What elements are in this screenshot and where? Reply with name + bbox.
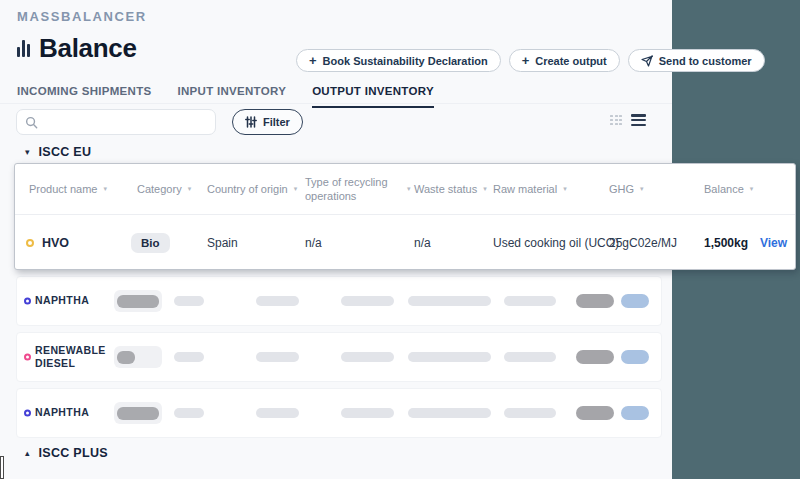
ghg-skeleton-pill bbox=[576, 350, 614, 364]
category-skeleton bbox=[114, 402, 162, 424]
column-header-balance[interactable]: Balance▾ bbox=[704, 164, 753, 214]
column-header-category[interactable]: Category▾ bbox=[137, 164, 191, 214]
skeleton-pill bbox=[341, 408, 394, 418]
skeleton-pill bbox=[174, 408, 204, 418]
page-header: Balance bbox=[17, 33, 137, 64]
product-dot-icon bbox=[24, 410, 31, 417]
bar-chart-icon bbox=[17, 40, 30, 57]
table-row-loading[interactable]: NAPHTHA bbox=[16, 388, 662, 438]
ghg-skeleton-pill bbox=[576, 294, 614, 308]
tab-input-inventory[interactable]: INPUT INVENTORY bbox=[177, 85, 286, 108]
list-view-icon[interactable] bbox=[631, 114, 646, 126]
column-label: Category bbox=[137, 183, 182, 195]
table-row-loading[interactable]: NAPHTHA bbox=[16, 276, 662, 326]
table-row-loading[interactable]: RENEWABLE DIESEL bbox=[16, 332, 662, 382]
create-output-label: Create output bbox=[535, 55, 607, 67]
book-sustainability-declaration-label: Book Sustainability Declaration bbox=[323, 55, 488, 67]
column-header-waste-status[interactable]: Waste status▾ bbox=[414, 164, 487, 214]
column-header-raw-material[interactable]: Raw material▾ bbox=[493, 164, 567, 214]
cell-product-name: HVO bbox=[26, 215, 69, 271]
cell-ghg: 25gC02e/MJ bbox=[609, 215, 677, 271]
column-label: Type of recycling operations bbox=[305, 175, 401, 204]
sort-caret-icon: ▾ bbox=[294, 185, 298, 193]
sort-caret-icon: ▾ bbox=[103, 185, 107, 193]
skeleton-pill bbox=[256, 408, 299, 418]
cell-recycling-operations: n/a bbox=[305, 215, 322, 271]
skeleton-pill bbox=[174, 296, 204, 306]
search-icon bbox=[25, 116, 38, 129]
column-label: Waste status bbox=[414, 183, 477, 195]
brand-logo: MASSBALANCER bbox=[17, 9, 147, 24]
view-toggle bbox=[610, 114, 646, 126]
iscc-eu-table-panel: Product name▾ Category▾ Country of origi… bbox=[14, 163, 796, 270]
cell-country-of-origin: Spain bbox=[207, 215, 238, 271]
create-output-button[interactable]: + Create output bbox=[509, 49, 620, 72]
plus-icon: + bbox=[309, 54, 317, 67]
sort-caret-icon: ▾ bbox=[188, 185, 192, 193]
product-name: HVO bbox=[42, 236, 69, 250]
view-skeleton-pill bbox=[621, 294, 649, 308]
send-to-customer-label: Send to customer bbox=[659, 55, 752, 67]
skeleton-pill bbox=[408, 296, 491, 306]
scrollbar-thumb[interactable] bbox=[0, 456, 4, 479]
skeleton-pill bbox=[341, 352, 394, 362]
tabs-divider bbox=[0, 103, 672, 104]
search-box[interactable] bbox=[16, 109, 216, 135]
column-header-ghg[interactable]: GHG▾ bbox=[609, 164, 644, 214]
column-label: Product name bbox=[29, 183, 97, 195]
product-name: NAPHTHA bbox=[35, 294, 111, 307]
column-label: Balance bbox=[704, 183, 744, 195]
balance-page: MASSBALANCER Balance + Book Sustainabili… bbox=[0, 0, 800, 479]
section-iscc-eu-title: ISCC EU bbox=[39, 145, 92, 159]
column-label: GHG bbox=[609, 183, 634, 195]
plus-icon: + bbox=[522, 54, 530, 67]
section-iscc-plus[interactable]: ▴ ISCC PLUS bbox=[25, 446, 108, 460]
skeleton-pill bbox=[174, 352, 204, 362]
column-header-country-of-origin[interactable]: Country of origin▾ bbox=[207, 164, 297, 214]
chevron-up-icon: ▴ bbox=[25, 449, 30, 458]
book-sustainability-declaration-button[interactable]: + Book Sustainability Declaration bbox=[296, 49, 501, 72]
filter-button[interactable]: Filter bbox=[232, 109, 303, 135]
cell-category: Bio bbox=[131, 215, 170, 271]
view-skeleton-pill bbox=[621, 406, 649, 420]
column-header-product-name[interactable]: Product name▾ bbox=[29, 164, 107, 214]
column-label: Country of origin bbox=[207, 183, 288, 195]
product-dot-icon bbox=[24, 298, 31, 305]
filter-label: Filter bbox=[263, 116, 290, 128]
skeleton-pill bbox=[504, 408, 556, 418]
cell-waste-status: n/a bbox=[414, 215, 431, 271]
sort-caret-icon: ▾ bbox=[407, 185, 411, 193]
sliders-icon bbox=[245, 116, 257, 128]
view-link[interactable]: View bbox=[760, 236, 787, 250]
category-badge: Bio bbox=[131, 233, 170, 253]
skeleton-pill bbox=[341, 296, 394, 306]
chevron-down-icon: ▾ bbox=[25, 148, 30, 157]
ghg-skeleton-pill bbox=[576, 406, 614, 420]
product-dot-icon bbox=[26, 239, 34, 247]
product-name: NAPHTHA bbox=[35, 406, 111, 419]
skeleton-pill bbox=[408, 352, 491, 362]
search-input[interactable] bbox=[44, 115, 207, 129]
cell-view: View bbox=[760, 215, 787, 271]
sort-caret-icon: ▾ bbox=[750, 185, 754, 193]
sort-caret-icon: ▾ bbox=[483, 185, 487, 193]
skeleton-pill bbox=[256, 352, 299, 362]
inventory-tabs: INCOMING SHIPMENTS INPUT INVENTORY OUTPU… bbox=[17, 85, 434, 108]
skeleton-pill bbox=[504, 296, 556, 306]
view-skeleton-pill bbox=[621, 350, 649, 364]
cell-raw-material: Used cooking oil (UCO) bbox=[493, 215, 619, 271]
product-dot-icon bbox=[24, 354, 31, 361]
skeleton-pill bbox=[256, 296, 299, 306]
section-iscc-eu[interactable]: ▾ ISCC EU bbox=[25, 145, 91, 159]
product-name: RENEWABLE DIESEL bbox=[35, 344, 111, 370]
skeleton-pill bbox=[504, 352, 556, 362]
send-to-customer-button[interactable]: Send to customer bbox=[628, 49, 765, 72]
tab-incoming-shipments[interactable]: INCOMING SHIPMENTS bbox=[17, 85, 151, 108]
category-skeleton bbox=[114, 290, 162, 312]
cell-balance: 1,500kg bbox=[704, 215, 748, 271]
skeleton-pill bbox=[408, 408, 491, 418]
tab-output-inventory[interactable]: OUTPUT INVENTORY bbox=[312, 85, 434, 108]
grid-view-icon[interactable] bbox=[610, 115, 622, 126]
column-header-type-of-recycling-operations[interactable]: Type of recycling operations▾ bbox=[305, 164, 411, 214]
header-actions: + Book Sustainability Declaration + Crea… bbox=[296, 49, 765, 72]
